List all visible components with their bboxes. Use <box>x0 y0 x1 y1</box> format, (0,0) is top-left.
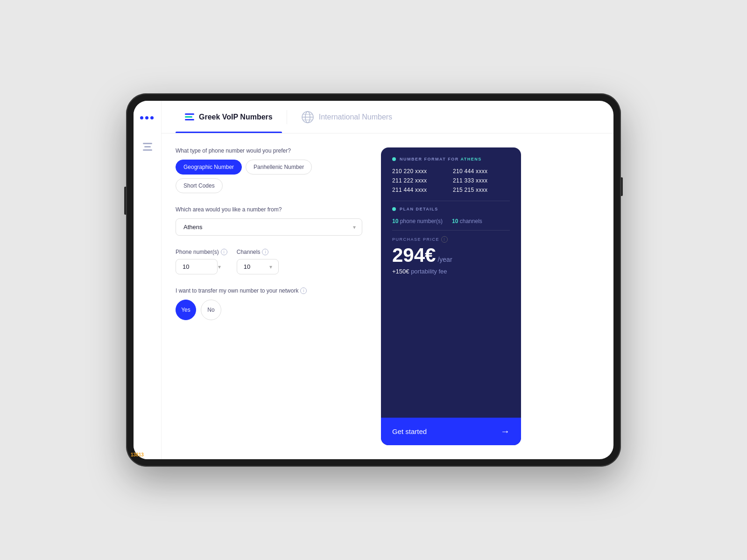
tab-greek-voip[interactable]: Greek VoIP Numbers <box>176 101 282 133</box>
phone-numbers-select-arrow: ▾ <box>218 264 221 270</box>
sidebar-nav-icon[interactable] <box>143 143 152 151</box>
option-geographic[interactable]: Geographic Number <box>176 160 242 175</box>
logo-dot-1 <box>140 116 143 119</box>
tab-divider <box>287 110 287 124</box>
greek-voip-tab-icon <box>185 113 194 120</box>
area-select[interactable]: Athens Thessaloniki Patras <box>176 218 362 236</box>
number-2-right: 211 333 xxxx <box>453 177 510 184</box>
bar-line-2 <box>144 146 151 147</box>
number-3-right: 215 215 xxxx <box>453 187 510 193</box>
icon-line-2 <box>185 116 192 118</box>
numbers-channels-group: Phone number(s) i 10 5 20 ▾ <box>176 249 362 274</box>
transfer-label: I want to transfer my own number to your… <box>176 287 362 294</box>
app-logo <box>140 110 155 119</box>
plan-details-title: PLAN DETAILS <box>400 207 438 211</box>
tablet-frame: 13813 Greek VoIP Numbers <box>126 93 621 467</box>
channels-label: Channels i <box>237 249 279 255</box>
transfer-group: I want to transfer my own number to your… <box>176 287 362 320</box>
price-main: 294€ <box>392 245 436 265</box>
channels-info-icon[interactable]: i <box>262 249 268 255</box>
cta-label: Get started <box>392 427 427 435</box>
option-panhellenic[interactable]: Panhellenic Number <box>246 160 312 175</box>
bar-line-3 <box>143 149 152 151</box>
tab-navigation: Greek VoIP Numbers International Numbers <box>162 101 613 133</box>
number-format-city: Athens <box>461 157 482 161</box>
phone-numbers-select[interactable]: 10 5 20 <box>176 259 218 274</box>
power-button <box>621 177 623 196</box>
plan-details-grid: 10 phone number(s) 10 channels <box>392 218 510 224</box>
number-1-right: 210 444 xxxx <box>453 168 510 175</box>
app-container: 13813 Greek VoIP Numbers <box>134 101 613 459</box>
main-content: Greek VoIP Numbers International Numbers <box>162 101 613 459</box>
number-1-left: 210 220 xxxx <box>392 168 449 175</box>
form-panel: What type of phone number would you pref… <box>176 147 362 445</box>
phone-numbers-select-wrapper: 10 5 20 ▾ <box>176 259 227 274</box>
area-label: Which area would you like a number from? <box>176 206 362 213</box>
area-group: Which area would you like a number from?… <box>176 206 362 236</box>
channels-col: Channels i 10 5 20 ▾ <box>237 249 279 274</box>
logo-dot-3 <box>150 116 154 119</box>
price-period: /year <box>437 256 452 263</box>
divider-1 <box>392 201 510 201</box>
tab-international[interactable]: International Numbers <box>292 101 402 133</box>
price-display: 294€ /year <box>392 245 510 265</box>
yes-button[interactable]: Yes <box>176 300 196 320</box>
icon-line-1 <box>185 113 194 115</box>
tab-international-label: International Numbers <box>319 113 392 121</box>
phone-numbers-col: Phone number(s) i 10 5 20 ▾ <box>176 249 227 274</box>
logo-dot-2 <box>145 116 148 119</box>
phone-type-options: Geographic Number Panhellenic Number Sho… <box>176 160 362 193</box>
dot-bullet-1 <box>392 157 396 161</box>
number-2-left: 211 222 xxxx <box>392 177 449 184</box>
plan-details-header: PLAN DETAILS <box>392 207 510 211</box>
icon-line-3 <box>185 119 194 120</box>
get-started-button[interactable]: Get started → <box>381 418 521 445</box>
purchase-price-label: PURCHASE PRICE i <box>392 236 510 243</box>
channels-select[interactable]: 10 5 20 <box>237 259 279 274</box>
phone-type-group: What type of phone number would you pref… <box>176 147 362 193</box>
number-format-header: NUMBER FORMAT FOR Athens <box>392 157 510 161</box>
portability-amount: +150€ <box>392 268 409 275</box>
volume-button <box>124 187 126 215</box>
area-select-wrapper: Athens Thessaloniki Patras ▾ <box>176 218 362 236</box>
tablet-screen: 13813 Greek VoIP Numbers <box>134 101 613 459</box>
number-3-left: 211 444 xxxx <box>392 187 449 193</box>
price-info-icon[interactable]: i <box>441 236 448 243</box>
dot-bullet-2 <box>392 207 396 211</box>
phone-type-label: What type of phone number would you pref… <box>176 147 362 154</box>
divider-2 <box>392 230 510 231</box>
globe-icon <box>301 111 314 124</box>
card-top: NUMBER FORMAT FOR Athens 210 220 xxxx 21… <box>381 147 521 418</box>
channels-select-wrapper: 10 5 20 ▾ <box>237 259 279 274</box>
transfer-info-icon[interactable]: i <box>300 287 307 294</box>
portability-fee: +150€ portability fee <box>392 268 510 275</box>
content-body: What type of phone number would you pref… <box>162 133 613 459</box>
tab-greek-voip-label: Greek VoIP Numbers <box>199 113 273 121</box>
number-format-title: NUMBER FORMAT FOR Athens <box>400 157 482 161</box>
yes-no-group: Yes No <box>176 300 362 320</box>
sidebar-number: 13813 <box>134 452 144 457</box>
sidebar: 13813 <box>134 101 162 459</box>
option-short-codes[interactable]: Short Codes <box>176 178 223 193</box>
number-grid: 210 220 xxxx 210 444 xxxx 211 222 xxxx 2… <box>392 168 510 193</box>
portability-label: portability fee <box>411 268 447 275</box>
phone-numbers-info-icon[interactable]: i <box>221 249 227 255</box>
cta-arrow-icon: → <box>500 426 510 437</box>
plan-channels: 10 channels <box>452 218 482 224</box>
phone-numbers-label: Phone number(s) i <box>176 249 227 255</box>
bar-line-1 <box>143 143 152 144</box>
no-button[interactable]: No <box>201 300 221 320</box>
info-card: NUMBER FORMAT FOR Athens 210 220 xxxx 21… <box>381 147 521 445</box>
plan-phone-numbers: 10 phone number(s) <box>392 218 443 224</box>
